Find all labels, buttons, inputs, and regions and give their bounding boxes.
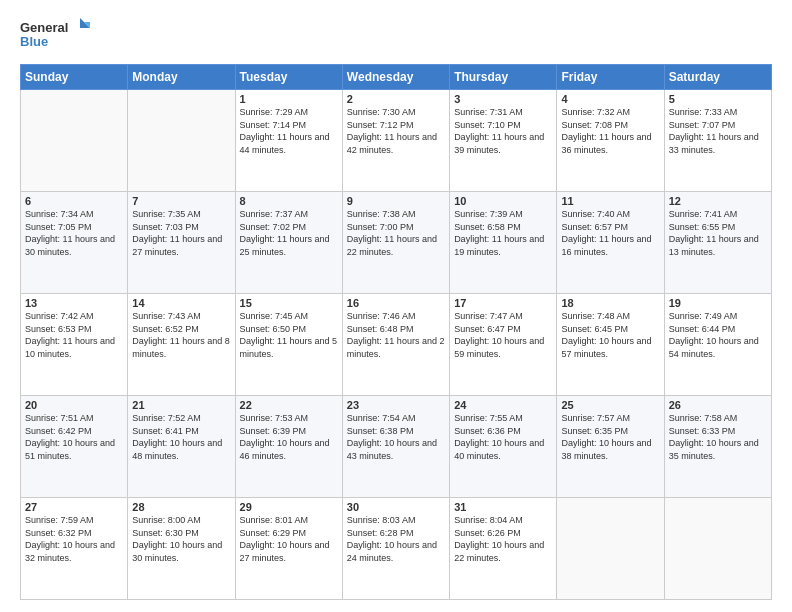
- day-info: Sunrise: 7:39 AM Sunset: 6:58 PM Dayligh…: [454, 208, 552, 258]
- calendar-cell: 2Sunrise: 7:30 AM Sunset: 7:12 PM Daylig…: [342, 90, 449, 192]
- day-number: 25: [561, 399, 659, 411]
- calendar-cell: 31Sunrise: 8:04 AM Sunset: 6:26 PM Dayli…: [450, 498, 557, 600]
- calendar-cell: 26Sunrise: 7:58 AM Sunset: 6:33 PM Dayli…: [664, 396, 771, 498]
- day-number: 27: [25, 501, 123, 513]
- calendar-row: 27Sunrise: 7:59 AM Sunset: 6:32 PM Dayli…: [21, 498, 772, 600]
- calendar-cell: 4Sunrise: 7:32 AM Sunset: 7:08 PM Daylig…: [557, 90, 664, 192]
- day-info: Sunrise: 7:29 AM Sunset: 7:14 PM Dayligh…: [240, 106, 338, 156]
- weekday-header-thursday: Thursday: [450, 65, 557, 90]
- day-info: Sunrise: 7:53 AM Sunset: 6:39 PM Dayligh…: [240, 412, 338, 462]
- day-info: Sunrise: 7:58 AM Sunset: 6:33 PM Dayligh…: [669, 412, 767, 462]
- calendar-cell: 28Sunrise: 8:00 AM Sunset: 6:30 PM Dayli…: [128, 498, 235, 600]
- day-number: 1: [240, 93, 338, 105]
- calendar-cell: 9Sunrise: 7:38 AM Sunset: 7:00 PM Daylig…: [342, 192, 449, 294]
- calendar-cell: 24Sunrise: 7:55 AM Sunset: 6:36 PM Dayli…: [450, 396, 557, 498]
- day-number: 6: [25, 195, 123, 207]
- day-number: 18: [561, 297, 659, 309]
- calendar-cell: 13Sunrise: 7:42 AM Sunset: 6:53 PM Dayli…: [21, 294, 128, 396]
- day-info: Sunrise: 8:00 AM Sunset: 6:30 PM Dayligh…: [132, 514, 230, 564]
- day-number: 30: [347, 501, 445, 513]
- calendar-row: 20Sunrise: 7:51 AM Sunset: 6:42 PM Dayli…: [21, 396, 772, 498]
- calendar-cell: 6Sunrise: 7:34 AM Sunset: 7:05 PM Daylig…: [21, 192, 128, 294]
- calendar-cell: 30Sunrise: 8:03 AM Sunset: 6:28 PM Dayli…: [342, 498, 449, 600]
- calendar-cell: 11Sunrise: 7:40 AM Sunset: 6:57 PM Dayli…: [557, 192, 664, 294]
- svg-text:General: General: [20, 20, 68, 35]
- day-info: Sunrise: 7:52 AM Sunset: 6:41 PM Dayligh…: [132, 412, 230, 462]
- day-number: 10: [454, 195, 552, 207]
- svg-text:Blue: Blue: [20, 34, 48, 49]
- calendar-cell: 21Sunrise: 7:52 AM Sunset: 6:41 PM Dayli…: [128, 396, 235, 498]
- calendar-cell: 12Sunrise: 7:41 AM Sunset: 6:55 PM Dayli…: [664, 192, 771, 294]
- day-info: Sunrise: 7:46 AM Sunset: 6:48 PM Dayligh…: [347, 310, 445, 360]
- day-info: Sunrise: 7:42 AM Sunset: 6:53 PM Dayligh…: [25, 310, 123, 360]
- day-number: 11: [561, 195, 659, 207]
- day-info: Sunrise: 7:49 AM Sunset: 6:44 PM Dayligh…: [669, 310, 767, 360]
- day-number: 13: [25, 297, 123, 309]
- header: General Blue: [20, 16, 772, 54]
- calendar-row: 6Sunrise: 7:34 AM Sunset: 7:05 PM Daylig…: [21, 192, 772, 294]
- day-number: 8: [240, 195, 338, 207]
- day-info: Sunrise: 7:54 AM Sunset: 6:38 PM Dayligh…: [347, 412, 445, 462]
- day-number: 2: [347, 93, 445, 105]
- day-info: Sunrise: 8:01 AM Sunset: 6:29 PM Dayligh…: [240, 514, 338, 564]
- weekday-header-row: SundayMondayTuesdayWednesdayThursdayFrid…: [21, 65, 772, 90]
- calendar-cell: 15Sunrise: 7:45 AM Sunset: 6:50 PM Dayli…: [235, 294, 342, 396]
- day-info: Sunrise: 7:57 AM Sunset: 6:35 PM Dayligh…: [561, 412, 659, 462]
- day-number: 19: [669, 297, 767, 309]
- day-info: Sunrise: 7:34 AM Sunset: 7:05 PM Dayligh…: [25, 208, 123, 258]
- day-info: Sunrise: 7:48 AM Sunset: 6:45 PM Dayligh…: [561, 310, 659, 360]
- day-info: Sunrise: 8:04 AM Sunset: 6:26 PM Dayligh…: [454, 514, 552, 564]
- weekday-header-tuesday: Tuesday: [235, 65, 342, 90]
- logo: General Blue: [20, 16, 90, 54]
- day-info: Sunrise: 7:51 AM Sunset: 6:42 PM Dayligh…: [25, 412, 123, 462]
- day-number: 23: [347, 399, 445, 411]
- day-info: Sunrise: 7:59 AM Sunset: 6:32 PM Dayligh…: [25, 514, 123, 564]
- day-info: Sunrise: 8:03 AM Sunset: 6:28 PM Dayligh…: [347, 514, 445, 564]
- calendar-cell: [664, 498, 771, 600]
- calendar-cell: 5Sunrise: 7:33 AM Sunset: 7:07 PM Daylig…: [664, 90, 771, 192]
- day-number: 7: [132, 195, 230, 207]
- day-number: 26: [669, 399, 767, 411]
- day-number: 21: [132, 399, 230, 411]
- logo-svg: General Blue: [20, 16, 90, 54]
- weekday-header-sunday: Sunday: [21, 65, 128, 90]
- calendar-cell: [21, 90, 128, 192]
- calendar-cell: 18Sunrise: 7:48 AM Sunset: 6:45 PM Dayli…: [557, 294, 664, 396]
- calendar-row: 13Sunrise: 7:42 AM Sunset: 6:53 PM Dayli…: [21, 294, 772, 396]
- day-number: 14: [132, 297, 230, 309]
- day-info: Sunrise: 7:30 AM Sunset: 7:12 PM Dayligh…: [347, 106, 445, 156]
- calendar-cell: [128, 90, 235, 192]
- day-info: Sunrise: 7:31 AM Sunset: 7:10 PM Dayligh…: [454, 106, 552, 156]
- day-number: 24: [454, 399, 552, 411]
- day-info: Sunrise: 7:41 AM Sunset: 6:55 PM Dayligh…: [669, 208, 767, 258]
- day-info: Sunrise: 7:32 AM Sunset: 7:08 PM Dayligh…: [561, 106, 659, 156]
- day-info: Sunrise: 7:38 AM Sunset: 7:00 PM Dayligh…: [347, 208, 445, 258]
- day-info: Sunrise: 7:55 AM Sunset: 6:36 PM Dayligh…: [454, 412, 552, 462]
- day-number: 9: [347, 195, 445, 207]
- page: General Blue SundayMondayTuesdayWednesda…: [0, 0, 792, 612]
- day-info: Sunrise: 7:45 AM Sunset: 6:50 PM Dayligh…: [240, 310, 338, 360]
- calendar-cell: 14Sunrise: 7:43 AM Sunset: 6:52 PM Dayli…: [128, 294, 235, 396]
- day-number: 15: [240, 297, 338, 309]
- calendar-cell: 19Sunrise: 7:49 AM Sunset: 6:44 PM Dayli…: [664, 294, 771, 396]
- day-number: 20: [25, 399, 123, 411]
- calendar: SundayMondayTuesdayWednesdayThursdayFrid…: [20, 64, 772, 600]
- day-info: Sunrise: 7:43 AM Sunset: 6:52 PM Dayligh…: [132, 310, 230, 360]
- day-info: Sunrise: 7:37 AM Sunset: 7:02 PM Dayligh…: [240, 208, 338, 258]
- day-info: Sunrise: 7:47 AM Sunset: 6:47 PM Dayligh…: [454, 310, 552, 360]
- weekday-header-wednesday: Wednesday: [342, 65, 449, 90]
- calendar-cell: 22Sunrise: 7:53 AM Sunset: 6:39 PM Dayli…: [235, 396, 342, 498]
- day-number: 12: [669, 195, 767, 207]
- calendar-cell: 7Sunrise: 7:35 AM Sunset: 7:03 PM Daylig…: [128, 192, 235, 294]
- day-number: 29: [240, 501, 338, 513]
- day-number: 28: [132, 501, 230, 513]
- weekday-header-friday: Friday: [557, 65, 664, 90]
- calendar-cell: 16Sunrise: 7:46 AM Sunset: 6:48 PM Dayli…: [342, 294, 449, 396]
- calendar-cell: 10Sunrise: 7:39 AM Sunset: 6:58 PM Dayli…: [450, 192, 557, 294]
- day-info: Sunrise: 7:40 AM Sunset: 6:57 PM Dayligh…: [561, 208, 659, 258]
- weekday-header-monday: Monday: [128, 65, 235, 90]
- calendar-cell: 29Sunrise: 8:01 AM Sunset: 6:29 PM Dayli…: [235, 498, 342, 600]
- day-number: 5: [669, 93, 767, 105]
- calendar-cell: 23Sunrise: 7:54 AM Sunset: 6:38 PM Dayli…: [342, 396, 449, 498]
- day-number: 22: [240, 399, 338, 411]
